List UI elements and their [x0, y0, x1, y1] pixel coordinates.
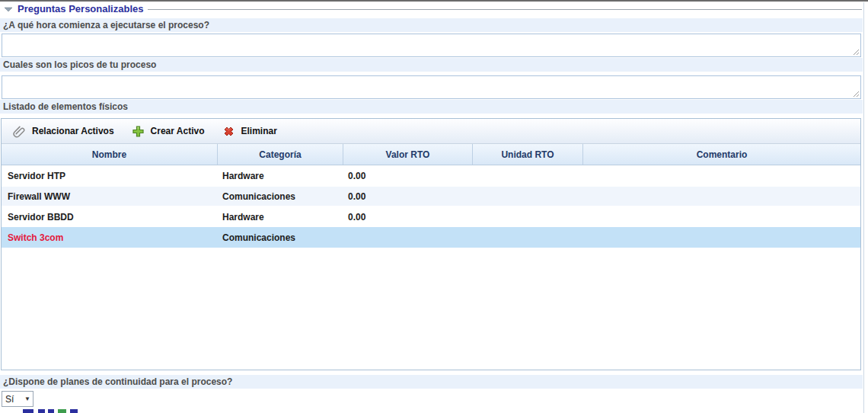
relate-assets-button[interactable]: Relacionar Activos [9, 123, 117, 140]
clipped-text-fragment [48, 409, 54, 413]
delete-x-icon [222, 124, 236, 139]
column-header-comentario[interactable]: Comentario [583, 144, 860, 165]
create-asset-button[interactable]: Crear Activo [128, 123, 208, 140]
table-row[interactable]: Servidor HTP Hardware 0.00 [2, 165, 860, 186]
section-legend: Preguntas Personalizables [3, 2, 862, 15]
legend-rule [148, 9, 862, 10]
continuity-question-label: ¿Dispone de planes de continuidad para e… [0, 375, 863, 389]
cell-categoria: Hardware [218, 212, 343, 223]
cell-valor-rto: 0.00 [343, 191, 473, 202]
cell-categoria: Comunicaciones [218, 191, 343, 202]
collapse-chevron-down-icon[interactable] [3, 5, 14, 14]
clipped-next-section [0, 409, 863, 413]
question2-label: Cuales son los picos de tu proceso [0, 58, 863, 72]
column-header-unidad-rto[interactable]: Unidad RTO [473, 144, 583, 165]
continuity-select[interactable]: Sí ▼ [2, 391, 34, 407]
paperclip-icon [12, 124, 27, 139]
cell-valor-rto: 0.00 [343, 171, 473, 181]
top-border [0, 0, 868, 2]
delete-asset-label: Eliminar [241, 126, 277, 136]
table-row-selected[interactable]: Switch 3com Comunicaciones [2, 227, 860, 248]
clipped-text-fragment [23, 409, 34, 413]
preguntas-personalizables-panel: Preguntas Personalizables ¿A qué hora co… [0, 0, 868, 413]
cell-nombre: Servidor BBDD [2, 212, 218, 223]
cell-nombre: Firewall WWW [2, 191, 218, 202]
cell-nombre: Switch 3com [2, 232, 218, 243]
table-row[interactable]: Servidor BBDD Hardware 0.00 [2, 206, 860, 227]
column-header-categoria[interactable]: Categoría [218, 144, 343, 165]
cell-nombre: Servidor HTP [2, 171, 218, 181]
delete-asset-button[interactable]: Eliminar [219, 123, 280, 140]
table-empty-area [2, 248, 860, 370]
assets-list-label: Listado de elementos físicos [0, 100, 863, 114]
assets-grid: Relacionar Activos Crear Activo [1, 118, 861, 370]
cell-categoria: Comunicaciones [218, 232, 343, 243]
clipped-text-fragment [38, 409, 45, 413]
section-title: Preguntas Personalizables [18, 3, 143, 14]
fieldset-right-border [863, 2, 864, 413]
clipped-icon-fragment [58, 409, 66, 413]
relate-assets-label: Relacionar Activos [32, 126, 114, 136]
select-arrow-icon: ▼ [24, 395, 33, 402]
column-header-nombre[interactable]: Nombre [2, 144, 218, 165]
plus-icon [131, 124, 145, 139]
assets-toolbar: Relacionar Activos Crear Activo [2, 119, 860, 144]
question1-field-wrap [2, 34, 861, 57]
cell-valor-rto: 0.00 [343, 212, 473, 223]
table-header: Nombre Categoría Valor RTO Unidad RTO Co… [2, 144, 860, 165]
table-row[interactable]: Firewall WWW Comunicaciones 0.00 [2, 186, 860, 206]
question2-textarea[interactable] [2, 75, 861, 99]
question1-label: ¿A qué hora comienza a ejecutarse el pro… [0, 18, 863, 32]
continuity-select-value: Sí [2, 394, 24, 405]
column-header-valor-rto[interactable]: Valor RTO [343, 144, 473, 165]
cell-categoria: Hardware [218, 171, 343, 181]
question1-textarea[interactable] [2, 34, 861, 57]
question2-field-wrap [2, 75, 861, 99]
clipped-text-fragment [70, 409, 78, 413]
create-asset-label: Crear Activo [151, 126, 205, 136]
